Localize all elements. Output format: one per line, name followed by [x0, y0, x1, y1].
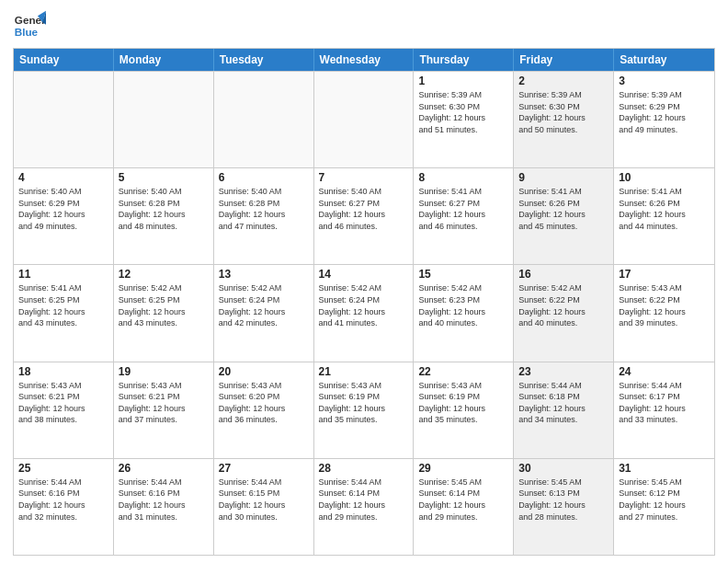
day-number: 16 [518, 268, 609, 281]
day-info: Sunrise: 5:41 AM Sunset: 6:26 PM Dayligh… [619, 186, 710, 232]
calendar-cell: 31Sunrise: 5:45 AM Sunset: 6:12 PM Dayli… [614, 459, 714, 555]
day-number: 23 [518, 365, 609, 378]
day-info: Sunrise: 5:42 AM Sunset: 6:24 PM Dayligh… [219, 282, 309, 328]
calendar-cell: 27Sunrise: 5:44 AM Sunset: 6:15 PM Dayli… [214, 459, 314, 555]
day-number: 2 [518, 75, 609, 87]
day-info: Sunrise: 5:43 AM Sunset: 6:21 PM Dayligh… [119, 380, 209, 426]
calendar-cell: 8Sunrise: 5:41 AM Sunset: 6:27 PM Daylig… [414, 168, 514, 264]
calendar-cell: 29Sunrise: 5:45 AM Sunset: 6:14 PM Dayli… [414, 459, 514, 555]
day-info: Sunrise: 5:45 AM Sunset: 6:12 PM Dayligh… [619, 477, 710, 523]
day-info: Sunrise: 5:39 AM Sunset: 6:29 PM Dayligh… [619, 89, 710, 135]
day-info: Sunrise: 5:42 AM Sunset: 6:22 PM Dayligh… [518, 282, 609, 328]
calendar-cell: 30Sunrise: 5:45 AM Sunset: 6:13 PM Dayli… [514, 459, 614, 555]
calendar-cell: 17Sunrise: 5:43 AM Sunset: 6:22 PM Dayli… [614, 265, 714, 361]
calendar-cell [14, 72, 114, 167]
calendar-row-0: 1Sunrise: 5:39 AM Sunset: 6:30 PM Daylig… [14, 71, 714, 167]
header-cell-saturday: Saturday [614, 49, 714, 71]
calendar-body: 1Sunrise: 5:39 AM Sunset: 6:30 PM Daylig… [14, 71, 714, 555]
calendar-row-3: 18Sunrise: 5:43 AM Sunset: 6:21 PM Dayli… [14, 362, 714, 458]
logo: General Blue [13, 9, 40, 42]
day-number: 21 [319, 365, 409, 378]
calendar-cell [214, 72, 314, 167]
day-info: Sunrise: 5:43 AM Sunset: 6:21 PM Dayligh… [18, 380, 108, 426]
calendar-cell: 26Sunrise: 5:44 AM Sunset: 6:16 PM Dayli… [114, 459, 214, 555]
day-info: Sunrise: 5:39 AM Sunset: 6:30 PM Dayligh… [418, 89, 508, 135]
day-number: 18 [18, 365, 108, 378]
day-number: 19 [119, 365, 209, 378]
calendar-cell: 18Sunrise: 5:43 AM Sunset: 6:21 PM Dayli… [14, 362, 114, 458]
logo-icon: General Blue [13, 9, 46, 42]
calendar-cell: 6Sunrise: 5:40 AM Sunset: 6:28 PM Daylig… [214, 168, 314, 264]
day-number: 30 [518, 462, 609, 475]
day-info: Sunrise: 5:41 AM Sunset: 6:26 PM Dayligh… [518, 186, 609, 232]
day-info: Sunrise: 5:42 AM Sunset: 6:25 PM Dayligh… [119, 282, 209, 328]
calendar-cell: 24Sunrise: 5:44 AM Sunset: 6:17 PM Dayli… [614, 362, 714, 458]
day-number: 26 [119, 462, 209, 475]
day-info: Sunrise: 5:44 AM Sunset: 6:16 PM Dayligh… [18, 477, 108, 523]
day-info: Sunrise: 5:40 AM Sunset: 6:28 PM Dayligh… [119, 186, 209, 232]
calendar-cell: 4Sunrise: 5:40 AM Sunset: 6:29 PM Daylig… [14, 168, 114, 264]
day-info: Sunrise: 5:43 AM Sunset: 6:20 PM Dayligh… [219, 380, 309, 426]
day-info: Sunrise: 5:45 AM Sunset: 6:13 PM Dayligh… [518, 477, 609, 523]
day-info: Sunrise: 5:40 AM Sunset: 6:27 PM Dayligh… [319, 186, 409, 232]
day-number: 11 [18, 268, 108, 281]
day-number: 15 [418, 268, 508, 281]
header-cell-monday: Monday [114, 49, 214, 71]
calendar: SundayMondayTuesdayWednesdayThursdayFrid… [13, 48, 715, 556]
day-number: 1 [418, 75, 508, 87]
day-info: Sunrise: 5:43 AM Sunset: 6:22 PM Dayligh… [619, 282, 710, 328]
calendar-cell: 9Sunrise: 5:41 AM Sunset: 6:26 PM Daylig… [514, 168, 614, 264]
calendar-header: SundayMondayTuesdayWednesdayThursdayFrid… [14, 49, 714, 71]
calendar-cell: 1Sunrise: 5:39 AM Sunset: 6:30 PM Daylig… [414, 72, 514, 167]
calendar-cell: 21Sunrise: 5:43 AM Sunset: 6:19 PM Dayli… [314, 362, 415, 458]
day-number: 5 [119, 171, 209, 184]
calendar-cell: 11Sunrise: 5:41 AM Sunset: 6:25 PM Dayli… [14, 265, 114, 361]
header-cell-sunday: Sunday [14, 49, 114, 71]
day-info: Sunrise: 5:41 AM Sunset: 6:27 PM Dayligh… [418, 186, 508, 232]
day-info: Sunrise: 5:43 AM Sunset: 6:19 PM Dayligh… [418, 380, 508, 426]
header-cell-tuesday: Tuesday [214, 49, 314, 71]
calendar-cell: 7Sunrise: 5:40 AM Sunset: 6:27 PM Daylig… [314, 168, 415, 264]
day-number: 29 [418, 462, 508, 475]
day-number: 31 [619, 462, 710, 475]
header-cell-wednesday: Wednesday [314, 49, 415, 71]
calendar-cell [114, 72, 214, 167]
day-number: 24 [619, 365, 710, 378]
day-number: 25 [18, 462, 108, 475]
calendar-cell: 16Sunrise: 5:42 AM Sunset: 6:22 PM Dayli… [514, 265, 614, 361]
calendar-cell: 20Sunrise: 5:43 AM Sunset: 6:20 PM Dayli… [214, 362, 314, 458]
calendar-row-4: 25Sunrise: 5:44 AM Sunset: 6:16 PM Dayli… [14, 458, 714, 555]
day-info: Sunrise: 5:43 AM Sunset: 6:19 PM Dayligh… [319, 380, 409, 426]
calendar-cell: 28Sunrise: 5:44 AM Sunset: 6:14 PM Dayli… [314, 459, 415, 555]
day-info: Sunrise: 5:42 AM Sunset: 6:24 PM Dayligh… [319, 282, 409, 328]
day-number: 28 [319, 462, 409, 475]
day-info: Sunrise: 5:44 AM Sunset: 6:16 PM Dayligh… [119, 477, 209, 523]
day-number: 4 [18, 171, 108, 184]
calendar-cell: 19Sunrise: 5:43 AM Sunset: 6:21 PM Dayli… [114, 362, 214, 458]
calendar-cell: 25Sunrise: 5:44 AM Sunset: 6:16 PM Dayli… [14, 459, 114, 555]
calendar-cell: 22Sunrise: 5:43 AM Sunset: 6:19 PM Dayli… [414, 362, 514, 458]
day-info: Sunrise: 5:42 AM Sunset: 6:23 PM Dayligh… [418, 282, 508, 328]
day-number: 17 [619, 268, 710, 281]
calendar-row-2: 11Sunrise: 5:41 AM Sunset: 6:25 PM Dayli… [14, 264, 714, 361]
calendar-cell: 14Sunrise: 5:42 AM Sunset: 6:24 PM Dayli… [314, 265, 415, 361]
calendar-cell [314, 72, 415, 167]
day-info: Sunrise: 5:44 AM Sunset: 6:15 PM Dayligh… [219, 477, 309, 523]
day-info: Sunrise: 5:40 AM Sunset: 6:28 PM Dayligh… [219, 186, 309, 232]
day-info: Sunrise: 5:39 AM Sunset: 6:30 PM Dayligh… [518, 89, 609, 135]
day-number: 7 [319, 171, 409, 184]
day-info: Sunrise: 5:44 AM Sunset: 6:17 PM Dayligh… [619, 380, 710, 426]
day-info: Sunrise: 5:45 AM Sunset: 6:14 PM Dayligh… [418, 477, 508, 523]
day-info: Sunrise: 5:40 AM Sunset: 6:29 PM Dayligh… [18, 186, 108, 232]
day-number: 14 [319, 268, 409, 281]
day-number: 20 [219, 365, 309, 378]
day-info: Sunrise: 5:41 AM Sunset: 6:25 PM Dayligh… [18, 282, 108, 328]
calendar-cell: 13Sunrise: 5:42 AM Sunset: 6:24 PM Dayli… [214, 265, 314, 361]
calendar-cell: 12Sunrise: 5:42 AM Sunset: 6:25 PM Dayli… [114, 265, 214, 361]
day-number: 3 [619, 75, 710, 87]
calendar-cell: 15Sunrise: 5:42 AM Sunset: 6:23 PM Dayli… [414, 265, 514, 361]
calendar-row-1: 4Sunrise: 5:40 AM Sunset: 6:29 PM Daylig… [14, 167, 714, 264]
day-info: Sunrise: 5:44 AM Sunset: 6:14 PM Dayligh… [319, 477, 409, 523]
day-number: 9 [518, 171, 609, 184]
header-cell-friday: Friday [514, 49, 614, 71]
